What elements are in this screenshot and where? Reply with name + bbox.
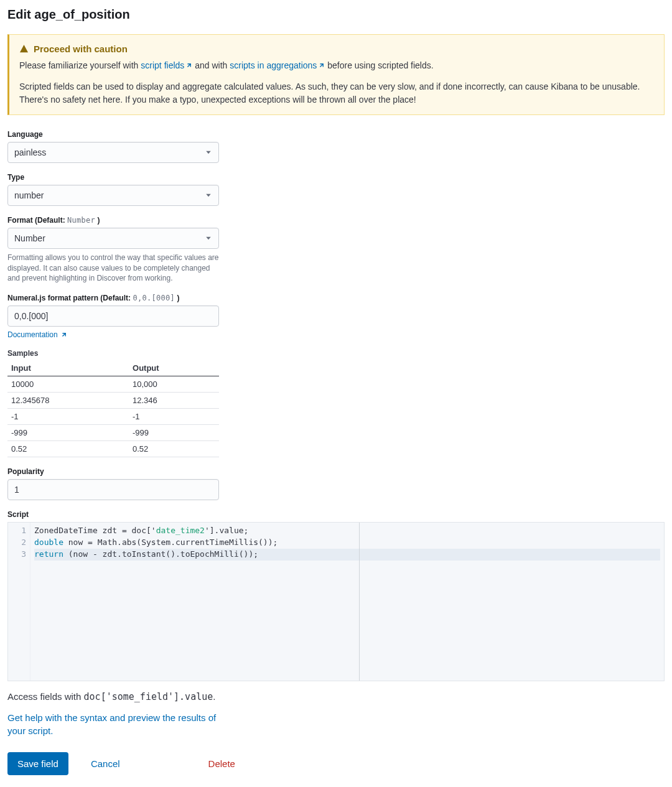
table-row: 1000010,000 [7,376,219,393]
scripts-aggregations-link[interactable]: scripts in aggregations [230,60,325,70]
type-label: Type [7,173,219,182]
external-link-icon [185,62,192,69]
editor-cursor-guide [359,523,360,681]
popularity-input[interactable]: 1 [7,479,219,500]
numeral-label: Numeral.js format pattern (Default: 0,0.… [7,294,219,302]
page-title: Edit age_of_position [7,7,665,22]
format-label: Format (Default: Number ) [7,216,219,225]
callout-heading: Proceed with caution [19,44,654,54]
table-row: -1-1 [7,409,219,425]
language-select[interactable]: painless [7,142,219,163]
language-label: Language [7,130,219,139]
syntax-help-link[interactable]: Get help with the syntax and preview the… [7,711,219,737]
callout-p2: Scripted fields can be used to display a… [19,80,654,106]
access-hint: Access fields with doc['some_field'].val… [7,691,665,702]
warning-icon [19,44,29,54]
save-button[interactable]: Save field [7,752,68,775]
samples-table: Input Output 1000010,000 12.34567812.346… [7,360,219,457]
caution-callout: Proceed with caution Please familiarize … [7,34,665,115]
editor-code[interactable]: ZonedDateTime zdt = doc['date_time2'].va… [30,523,664,681]
script-label: Script [7,510,665,519]
type-value: number [14,190,44,200]
samples-header-output: Output [129,360,219,376]
language-value: painless [14,147,46,157]
type-select[interactable]: number [7,185,219,206]
script-editor[interactable]: 1 2 3 ZonedDateTime zdt = doc['date_time… [7,522,665,681]
external-link-icon [60,332,67,338]
chevron-down-icon [205,235,212,242]
editor-gutter: 1 2 3 [8,523,30,681]
cancel-button[interactable]: Cancel [87,752,124,775]
table-row: -999-999 [7,425,219,441]
external-link-icon [318,62,325,69]
table-row: 12.34567812.346 [7,393,219,409]
chevron-down-icon [205,192,212,199]
numeral-input[interactable]: 0,0.[000] [7,305,219,327]
callout-heading-text: Proceed with caution [34,44,128,54]
popularity-value: 1 [14,485,19,495]
format-help: Formatting allows you to control the way… [7,253,219,284]
popularity-label: Popularity [7,467,219,476]
format-value: Number [14,233,45,243]
callout-p1: Please familiarize yourself with script … [19,59,654,72]
delete-button[interactable]: Delete [205,752,239,775]
chevron-down-icon [205,149,212,156]
script-fields-link[interactable]: script fields [141,60,192,70]
table-row: 0.520.52 [7,441,219,457]
numeral-value: 0,0.[000] [14,311,49,321]
samples-header-input: Input [7,360,129,376]
format-select[interactable]: Number [7,228,219,249]
samples-label: Samples [7,349,219,358]
documentation-link[interactable]: Documentation [7,330,67,339]
